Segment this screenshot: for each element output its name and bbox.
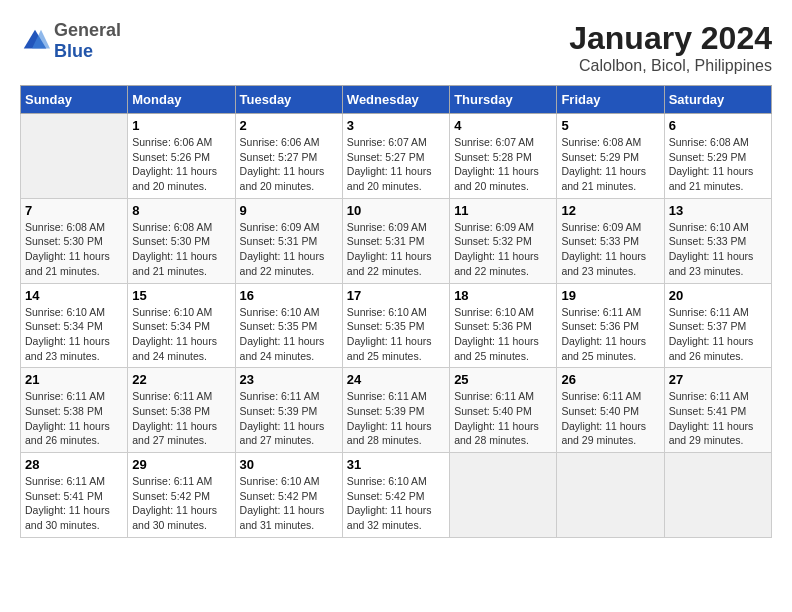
day-number: 12 xyxy=(561,203,659,218)
day-number: 24 xyxy=(347,372,445,387)
calendar-cell: 15Sunrise: 6:10 AMSunset: 5:34 PMDayligh… xyxy=(128,283,235,368)
day-number: 27 xyxy=(669,372,767,387)
day-info: Sunrise: 6:08 AMSunset: 5:30 PMDaylight:… xyxy=(25,220,123,279)
day-info: Sunrise: 6:09 AMSunset: 5:33 PMDaylight:… xyxy=(561,220,659,279)
weekday-header-wednesday: Wednesday xyxy=(342,86,449,114)
calendar-cell: 16Sunrise: 6:10 AMSunset: 5:35 PMDayligh… xyxy=(235,283,342,368)
day-info: Sunrise: 6:11 AMSunset: 5:37 PMDaylight:… xyxy=(669,305,767,364)
calendar-cell: 9Sunrise: 6:09 AMSunset: 5:31 PMDaylight… xyxy=(235,198,342,283)
day-number: 8 xyxy=(132,203,230,218)
day-number: 20 xyxy=(669,288,767,303)
day-number: 7 xyxy=(25,203,123,218)
calendar-cell: 28Sunrise: 6:11 AMSunset: 5:41 PMDayligh… xyxy=(21,453,128,538)
day-info: Sunrise: 6:07 AMSunset: 5:27 PMDaylight:… xyxy=(347,135,445,194)
calendar-table: SundayMondayTuesdayWednesdayThursdayFrid… xyxy=(20,85,772,538)
logo-general: General xyxy=(54,20,121,41)
calendar-body: 1Sunrise: 6:06 AMSunset: 5:26 PMDaylight… xyxy=(21,114,772,538)
day-info: Sunrise: 6:09 AMSunset: 5:32 PMDaylight:… xyxy=(454,220,552,279)
calendar-cell xyxy=(557,453,664,538)
calendar-week-5: 28Sunrise: 6:11 AMSunset: 5:41 PMDayligh… xyxy=(21,453,772,538)
day-info: Sunrise: 6:11 AMSunset: 5:38 PMDaylight:… xyxy=(132,389,230,448)
day-info: Sunrise: 6:09 AMSunset: 5:31 PMDaylight:… xyxy=(347,220,445,279)
calendar-cell: 2Sunrise: 6:06 AMSunset: 5:27 PMDaylight… xyxy=(235,114,342,199)
page-title: January 2024 xyxy=(569,20,772,57)
day-info: Sunrise: 6:06 AMSunset: 5:26 PMDaylight:… xyxy=(132,135,230,194)
day-info: Sunrise: 6:08 AMSunset: 5:29 PMDaylight:… xyxy=(669,135,767,194)
calendar-week-1: 1Sunrise: 6:06 AMSunset: 5:26 PMDaylight… xyxy=(21,114,772,199)
calendar-cell: 22Sunrise: 6:11 AMSunset: 5:38 PMDayligh… xyxy=(128,368,235,453)
day-info: Sunrise: 6:10 AMSunset: 5:34 PMDaylight:… xyxy=(25,305,123,364)
day-number: 3 xyxy=(347,118,445,133)
day-number: 18 xyxy=(454,288,552,303)
calendar-cell: 31Sunrise: 6:10 AMSunset: 5:42 PMDayligh… xyxy=(342,453,449,538)
day-number: 31 xyxy=(347,457,445,472)
calendar-cell: 21Sunrise: 6:11 AMSunset: 5:38 PMDayligh… xyxy=(21,368,128,453)
logo: General Blue xyxy=(20,20,121,62)
weekday-header-thursday: Thursday xyxy=(450,86,557,114)
day-number: 17 xyxy=(347,288,445,303)
calendar-cell: 12Sunrise: 6:09 AMSunset: 5:33 PMDayligh… xyxy=(557,198,664,283)
day-number: 25 xyxy=(454,372,552,387)
day-info: Sunrise: 6:11 AMSunset: 5:39 PMDaylight:… xyxy=(240,389,338,448)
day-number: 15 xyxy=(132,288,230,303)
weekday-row: SundayMondayTuesdayWednesdayThursdayFrid… xyxy=(21,86,772,114)
day-info: Sunrise: 6:08 AMSunset: 5:30 PMDaylight:… xyxy=(132,220,230,279)
calendar-cell: 5Sunrise: 6:08 AMSunset: 5:29 PMDaylight… xyxy=(557,114,664,199)
calendar-cell: 11Sunrise: 6:09 AMSunset: 5:32 PMDayligh… xyxy=(450,198,557,283)
day-info: Sunrise: 6:10 AMSunset: 5:35 PMDaylight:… xyxy=(240,305,338,364)
day-info: Sunrise: 6:09 AMSunset: 5:31 PMDaylight:… xyxy=(240,220,338,279)
day-info: Sunrise: 6:11 AMSunset: 5:41 PMDaylight:… xyxy=(25,474,123,533)
day-number: 29 xyxy=(132,457,230,472)
day-number: 30 xyxy=(240,457,338,472)
day-number: 28 xyxy=(25,457,123,472)
page-subtitle: Calolbon, Bicol, Philippines xyxy=(569,57,772,75)
day-number: 21 xyxy=(25,372,123,387)
day-number: 14 xyxy=(25,288,123,303)
day-info: Sunrise: 6:11 AMSunset: 5:36 PMDaylight:… xyxy=(561,305,659,364)
day-info: Sunrise: 6:10 AMSunset: 5:42 PMDaylight:… xyxy=(347,474,445,533)
calendar-week-4: 21Sunrise: 6:11 AMSunset: 5:38 PMDayligh… xyxy=(21,368,772,453)
day-info: Sunrise: 6:11 AMSunset: 5:40 PMDaylight:… xyxy=(454,389,552,448)
weekday-header-friday: Friday xyxy=(557,86,664,114)
calendar-cell: 10Sunrise: 6:09 AMSunset: 5:31 PMDayligh… xyxy=(342,198,449,283)
day-number: 11 xyxy=(454,203,552,218)
calendar-cell: 17Sunrise: 6:10 AMSunset: 5:35 PMDayligh… xyxy=(342,283,449,368)
day-number: 23 xyxy=(240,372,338,387)
calendar-cell: 13Sunrise: 6:10 AMSunset: 5:33 PMDayligh… xyxy=(664,198,771,283)
day-info: Sunrise: 6:11 AMSunset: 5:42 PMDaylight:… xyxy=(132,474,230,533)
day-info: Sunrise: 6:11 AMSunset: 5:41 PMDaylight:… xyxy=(669,389,767,448)
day-number: 16 xyxy=(240,288,338,303)
calendar-cell: 23Sunrise: 6:11 AMSunset: 5:39 PMDayligh… xyxy=(235,368,342,453)
page-header: General Blue January 2024 Calolbon, Bico… xyxy=(20,20,772,75)
calendar-cell: 14Sunrise: 6:10 AMSunset: 5:34 PMDayligh… xyxy=(21,283,128,368)
day-info: Sunrise: 6:10 AMSunset: 5:34 PMDaylight:… xyxy=(132,305,230,364)
calendar-header: SundayMondayTuesdayWednesdayThursdayFrid… xyxy=(21,86,772,114)
day-info: Sunrise: 6:11 AMSunset: 5:39 PMDaylight:… xyxy=(347,389,445,448)
logo-icon xyxy=(20,26,50,56)
calendar-week-2: 7Sunrise: 6:08 AMSunset: 5:30 PMDaylight… xyxy=(21,198,772,283)
day-info: Sunrise: 6:10 AMSunset: 5:36 PMDaylight:… xyxy=(454,305,552,364)
day-info: Sunrise: 6:10 AMSunset: 5:33 PMDaylight:… xyxy=(669,220,767,279)
calendar-cell: 1Sunrise: 6:06 AMSunset: 5:26 PMDaylight… xyxy=(128,114,235,199)
weekday-header-saturday: Saturday xyxy=(664,86,771,114)
calendar-cell xyxy=(664,453,771,538)
day-number: 9 xyxy=(240,203,338,218)
calendar-cell: 30Sunrise: 6:10 AMSunset: 5:42 PMDayligh… xyxy=(235,453,342,538)
day-number: 10 xyxy=(347,203,445,218)
day-info: Sunrise: 6:08 AMSunset: 5:29 PMDaylight:… xyxy=(561,135,659,194)
day-info: Sunrise: 6:11 AMSunset: 5:38 PMDaylight:… xyxy=(25,389,123,448)
day-info: Sunrise: 6:06 AMSunset: 5:27 PMDaylight:… xyxy=(240,135,338,194)
calendar-cell xyxy=(21,114,128,199)
day-info: Sunrise: 6:10 AMSunset: 5:35 PMDaylight:… xyxy=(347,305,445,364)
day-number: 4 xyxy=(454,118,552,133)
logo-blue: Blue xyxy=(54,41,121,62)
day-info: Sunrise: 6:11 AMSunset: 5:40 PMDaylight:… xyxy=(561,389,659,448)
day-number: 1 xyxy=(132,118,230,133)
day-number: 26 xyxy=(561,372,659,387)
calendar-week-3: 14Sunrise: 6:10 AMSunset: 5:34 PMDayligh… xyxy=(21,283,772,368)
calendar-cell: 18Sunrise: 6:10 AMSunset: 5:36 PMDayligh… xyxy=(450,283,557,368)
day-info: Sunrise: 6:07 AMSunset: 5:28 PMDaylight:… xyxy=(454,135,552,194)
calendar-cell: 3Sunrise: 6:07 AMSunset: 5:27 PMDaylight… xyxy=(342,114,449,199)
day-number: 2 xyxy=(240,118,338,133)
calendar-cell xyxy=(450,453,557,538)
